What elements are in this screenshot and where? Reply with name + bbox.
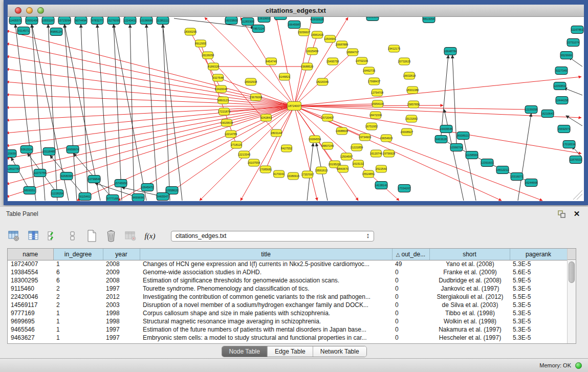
- yellow-node[interactable]: 15954106: [372, 100, 384, 107]
- teal-node[interactable]: 20691406: [26, 17, 38, 25]
- teal-node[interactable]: 11167851: [571, 26, 583, 34]
- citation-edge-black[interactable]: [97, 25, 110, 201]
- yellow-node[interactable]: 16380915: [287, 172, 300, 180]
- citation-edge-black[interactable]: [48, 25, 57, 201]
- teal-node[interactable]: 17016534: [563, 141, 576, 148]
- yellow-node[interactable]: 8454749: [266, 58, 277, 65]
- teal-node[interactable]: 10366704: [450, 144, 463, 151]
- teal-node[interactable]: 8938921: [457, 132, 469, 140]
- yellow-node[interactable]: 9327548: [212, 74, 224, 81]
- yellow-node[interactable]: 15495758: [326, 58, 339, 65]
- citation-edge-black[interactable]: [114, 25, 146, 201]
- teal-node[interactable]: 16959974: [67, 146, 79, 154]
- column-header-short[interactable]: short: [429, 249, 510, 260]
- teal-node[interactable]: 9465547: [157, 193, 169, 201]
- teal-node[interactable]: 12610651: [258, 17, 271, 23]
- show-column-icon[interactable]: [27, 229, 40, 243]
- teal-node[interactable]: 7857224: [252, 25, 265, 33]
- citation-edge-black[interactable]: [11, 158, 30, 190]
- teal-node[interactable]: 15723094: [58, 17, 71, 25]
- delete-column-icon[interactable]: [104, 229, 118, 243]
- yellow-node[interactable]: 15688520: [301, 63, 314, 70]
- teal-node[interactable]: 9699696: [132, 194, 144, 202]
- teal-node[interactable]: 11073755: [34, 169, 46, 177]
- yellow-node[interactable]: 17998437: [368, 78, 381, 85]
- yellow-node[interactable]: 2803144: [271, 129, 282, 137]
- yellow-node[interactable]: 15056607: [298, 29, 311, 36]
- yellow-node[interactable]: 16462735: [363, 67, 376, 74]
- teal-node[interactable]: 11381111: [157, 17, 169, 25]
- teal-node[interactable]: 15692971: [558, 125, 571, 133]
- float-window-icon[interactable]: [557, 210, 565, 218]
- citation-edge-red[interactable]: [8, 106, 294, 120]
- teal-node[interactable]: 9115461: [79, 193, 91, 201]
- table-select[interactable]: citations_edges.txt ▲▼: [171, 231, 374, 242]
- teal-node[interactable]: 15751074: [567, 39, 580, 47]
- column-checklist-icon[interactable]: [46, 229, 59, 243]
- table-row[interactable]: 2242004622012Investigating the contribut…: [8, 293, 567, 301]
- teal-node[interactable]: 16210643: [541, 110, 554, 118]
- tab-node-table[interactable]: Node Table: [222, 346, 267, 357]
- yellow-node[interactable]: 9242843: [260, 114, 272, 121]
- citation-edge-black[interactable]: [518, 114, 531, 201]
- table-mode-icon[interactable]: [7, 229, 20, 243]
- teal-node[interactable]: 9806551: [24, 187, 36, 194]
- teal-node[interactable]: 11283309: [242, 18, 254, 26]
- close-icon[interactable]: ✕: [573, 210, 581, 218]
- teal-node[interactable]: 16409545: [440, 125, 453, 133]
- yellow-node[interactable]: 11504941: [324, 35, 336, 42]
- citation-edge-black[interactable]: [463, 132, 476, 201]
- yellow-node[interactable]: 19654923: [380, 135, 393, 142]
- yellow-node[interactable]: 15524851: [362, 170, 375, 178]
- yellow-node[interactable]: 12504567: [340, 153, 353, 160]
- yellow-node[interactable]: 19029536: [221, 119, 233, 126]
- teal-node[interactable]: 9463628: [435, 136, 447, 143]
- yellow-node[interactable]: 20732625: [398, 58, 411, 65]
- tab-edge-table[interactable]: Edge Table: [267, 346, 313, 357]
- citation-edge-black[interactable]: [163, 25, 182, 201]
- teal-node[interactable]: 16033809: [225, 17, 238, 25]
- citation-edge-black[interactable]: [15, 25, 36, 201]
- yellow-node[interactable]: 18302938: [245, 78, 257, 85]
- teal-node[interactable]: 15316071: [511, 173, 524, 181]
- yellow-node[interactable]: 18472336: [369, 112, 382, 119]
- teal-node[interactable]: 9529966: [560, 52, 573, 59]
- table-row[interactable]: 911546021997Tourette syndrome. Phenomeno…: [8, 285, 567, 293]
- yellow-node[interactable]: 16632618: [403, 72, 416, 79]
- yellow-node[interactable]: 19756928: [383, 150, 396, 157]
- table-row[interactable]: 1830029562008Estimation of significance …: [8, 276, 567, 285]
- yellow-node[interactable]: 8912955: [195, 40, 206, 47]
- table-row[interactable]: 946554611997Estimation of the future num…: [8, 325, 567, 334]
- teal-node[interactable]: 9268098: [60, 172, 73, 180]
- citation-edge-red[interactable]: [294, 106, 317, 201]
- yellow-node[interactable]: 10025458: [306, 48, 319, 55]
- yellow-node[interactable]: 18984707: [346, 49, 359, 56]
- yellow-node[interactable]: 12213343: [238, 151, 251, 158]
- column-header-in_degree[interactable]: in_degree: [53, 249, 103, 260]
- teal-node[interactable]: 14138141: [375, 182, 388, 189]
- teal-node[interactable]: 16648784: [444, 48, 457, 55]
- yellow-node[interactable]: 20008927: [401, 128, 413, 136]
- citation-edge-black[interactable]: [444, 110, 464, 201]
- teal-node[interactable]: 15745950: [115, 180, 127, 187]
- teal-node[interactable]: 10553287: [42, 17, 55, 25]
- yellow-node[interactable]: 19131662: [405, 115, 418, 122]
- teal-node[interactable]: 11228254: [51, 190, 63, 198]
- teal-node[interactable]: 10196686: [140, 17, 153, 25]
- teal-node[interactable]: 9314571: [17, 27, 30, 35]
- yellow-node[interactable]: 18226058: [202, 52, 214, 59]
- hub-node[interactable]: 18724007: [288, 102, 301, 111]
- column-header-pagerank[interactable]: pagerank: [510, 249, 567, 260]
- citation-edge-black[interactable]: [114, 25, 122, 201]
- table-row[interactable]: 1872400712008Changes of HCN gene express…: [8, 260, 567, 268]
- new-column-icon[interactable]: [85, 229, 98, 243]
- yellow-node[interactable]: 2522540: [376, 165, 387, 172]
- yellow-node[interactable]: 4170041: [273, 170, 285, 178]
- yellow-node[interactable]: 8186328: [208, 63, 219, 70]
- resize-grip-icon[interactable]: [573, 190, 582, 200]
- function-builder-icon[interactable]: f(x): [143, 229, 157, 243]
- citation-edge-red[interactable]: [8, 106, 294, 146]
- teal-node[interactable]: 9074494: [75, 17, 87, 25]
- teal-node[interactable]: 15118485: [43, 148, 55, 156]
- table-row[interactable]: 977716911998Corpus callosum shape and si…: [8, 309, 567, 317]
